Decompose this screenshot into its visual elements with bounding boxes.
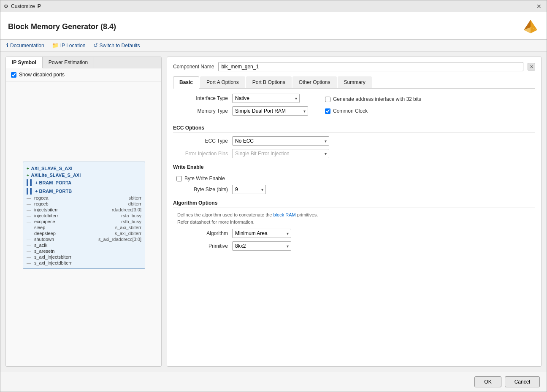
list-item: —shutdown s_axi_rdaddrecc[3:0] [23, 236, 145, 242]
byte-size-row: Byte Size (bits) 8 9 [173, 185, 535, 194]
title-bar-left: ⚙ Customize IP [4, 3, 41, 9]
tab-basic[interactable]: Basic [173, 76, 199, 89]
tab-power-estimation-label: Power Estimation [49, 59, 88, 65]
ip-location-button[interactable]: 📁 IP Location [52, 42, 86, 49]
list-item: —regceb dbiterr [23, 201, 145, 207]
ecc-type-select[interactable]: No ECC Hamming [232, 136, 329, 146]
left-panel-tabs: IP Symbol Power Estimation [6, 57, 161, 68]
component-name-label: Component Name [173, 64, 214, 70]
algorithm-row: Algorithm Minimum Area Low Power Fixed P… [173, 229, 535, 238]
algorithm-select-wrapper: Minimum Area Low Power Fixed Primitive [232, 229, 291, 238]
memory-type-select-wrapper: Single Port RAM Simple Dual Port RAM Tru… [232, 106, 308, 116]
clear-component-name-button[interactable]: ✕ [528, 63, 535, 70]
switch-defaults-button[interactable]: ↺ Switch to Defaults [93, 42, 140, 49]
title-bar: ⚙ Customize IP ✕ [0, 0, 547, 12]
list-item: —s_axi_injectsbiterr [23, 254, 145, 260]
error-injection-label: Error Injection Pins [173, 151, 228, 157]
close-button[interactable]: ✕ [535, 2, 543, 11]
common-clock-label[interactable]: Common Clock [333, 108, 368, 114]
primitive-select-wrapper: 8kx2 16kx1 [232, 241, 291, 251]
ok-button[interactable]: OK [474, 376, 501, 387]
toolbar: ℹ Documentation 📁 IP Location ↺ Switch t… [0, 40, 547, 51]
tab-summary-label: Summary [344, 79, 366, 85]
interface-type-row: Interface Type Native AXI4 [173, 94, 308, 103]
list-item: + AXILite_SLAVE_S_AXI [23, 171, 145, 178]
ecc-section-label: ECC Options [173, 125, 535, 133]
byte-write-enable-checkbox[interactable] [176, 176, 182, 181]
documentation-button[interactable]: ℹ Documentation [6, 42, 44, 49]
algorithm-section-label: Algorithm Options [173, 200, 535, 208]
list-item: + BRAM_PORTB [23, 187, 145, 195]
show-ports-row: Show disabled ports [6, 68, 161, 81]
write-enable-section-label: Write Enable [173, 164, 535, 172]
component-name-row: Component Name ✕ [173, 62, 535, 71]
generate-addr-row: Generate address interface with 32 bits [325, 96, 421, 102]
algorithm-select[interactable]: Minimum Area Low Power Fixed Primitive [232, 229, 291, 238]
common-clock-checkbox[interactable] [325, 108, 330, 114]
tab-summary[interactable]: Summary [338, 76, 372, 88]
primitive-label: Primitive [173, 243, 228, 249]
generate-addr-checkbox[interactable] [325, 97, 330, 102]
memory-type-label: Memory Type [173, 108, 228, 114]
component-name-input[interactable] [218, 62, 523, 71]
list-item: —injectsbiterr rdaddrecc[3:0] [23, 207, 145, 213]
symbol-area: + AXI_SLAVE_S_AXI + AXILite_SLAVE_S_AXI [6, 81, 161, 366]
byte-size-select-wrapper: 8 9 [232, 185, 266, 194]
tab-port-a-label: Port A Options [206, 79, 239, 85]
right-panel: Component Name ✕ Basic Port A Options Po… [167, 57, 542, 367]
ecc-type-label: ECC Type [173, 138, 228, 144]
tab-ip-symbol-label: IP Symbol [12, 59, 36, 65]
port-bar-icon [27, 179, 28, 186]
tab-power-estimation[interactable]: Power Estimation [43, 57, 94, 68]
interface-type-select[interactable]: Native AXI4 [232, 94, 300, 103]
interface-type-label: Interface Type [173, 95, 228, 101]
tab-other-label: Other Options [299, 79, 330, 85]
list-item: —s_axi_injectdbiterr [23, 260, 145, 266]
list-item: —sleep s_axi_sbiterr [23, 224, 145, 230]
plus-icon: + [27, 166, 29, 171]
list-item: —injectdbiterr rsta_busy [23, 213, 145, 219]
ecc-type-select-wrapper: No ECC Hamming [232, 136, 329, 146]
generate-addr-label[interactable]: Generate address interface with 32 bits [333, 96, 421, 102]
list-item: + BRAM_PORTA [23, 178, 145, 187]
show-ports-label[interactable]: Show disabled ports [19, 72, 65, 78]
list-item: —s_aresetn [23, 248, 145, 254]
port-bar-icon [30, 179, 32, 186]
error-injection-select-wrapper: Single Bit Error Injection Double Bit Er… [232, 149, 329, 158]
error-injection-select[interactable]: Single Bit Error Injection Double Bit Er… [232, 149, 329, 158]
window-title: Customize IP [11, 3, 41, 9]
tab-port-a-options[interactable]: Port A Options [200, 76, 245, 88]
main-window: ⚙ Customize IP ✕ Block Memory Generator … [0, 0, 547, 392]
tab-other-options[interactable]: Other Options [292, 76, 337, 88]
memory-type-select[interactable]: Single Port RAM Simple Dual Port RAM Tru… [232, 106, 308, 116]
switch-defaults-label: Switch to Defaults [100, 43, 140, 49]
list-item: + AXI_SLAVE_S_AXI [23, 165, 145, 171]
show-ports-checkbox[interactable] [11, 72, 16, 78]
port-bar-icon [30, 188, 32, 195]
list-item: —eccpipece rstb_busy [23, 219, 145, 224]
symbol-box: + AXI_SLAVE_S_AXI + AXILite_SLAVE_S_AXI [23, 162, 145, 269]
interface-type-select-wrapper: Native AXI4 [232, 94, 300, 103]
byte-write-enable-label[interactable]: Byte Write Enable [184, 176, 225, 181]
list-item: —s_aclk [23, 242, 145, 248]
primitive-row: Primitive 8kx2 16kx1 [173, 241, 535, 251]
tab-port-b-label: Port B Options [252, 79, 285, 85]
algorithm-label: Algorithm [173, 230, 228, 236]
ecc-type-row: ECC Type No ECC Hamming [173, 136, 535, 146]
window-icon: ⚙ [4, 3, 8, 9]
memory-type-row: Memory Type Single Port RAM Simple Dual … [173, 106, 308, 116]
app-title: Block Memory Generator (8.4) [8, 22, 116, 31]
documentation-label: Documentation [10, 43, 44, 49]
left-panel: IP Symbol Power Estimation Show disabled… [5, 57, 162, 367]
tab-port-b-options[interactable]: Port B Options [246, 76, 292, 88]
byte-write-enable-checkbox-row: Byte Write Enable [176, 176, 225, 181]
tab-ip-symbol[interactable]: IP Symbol [6, 57, 43, 68]
cancel-button[interactable]: Cancel [505, 376, 540, 387]
ip-location-label: IP Location [60, 43, 86, 49]
algorithm-description: Defines the algorithm used to concatenat… [177, 211, 535, 225]
byte-size-select[interactable]: 8 9 [232, 185, 266, 194]
primitive-select[interactable]: 8kx2 16kx1 [232, 241, 291, 251]
port-bar-icon [27, 188, 28, 195]
error-injection-row: Error Injection Pins Single Bit Error In… [173, 149, 535, 158]
list-item: —regcea sbiterr [23, 195, 145, 201]
